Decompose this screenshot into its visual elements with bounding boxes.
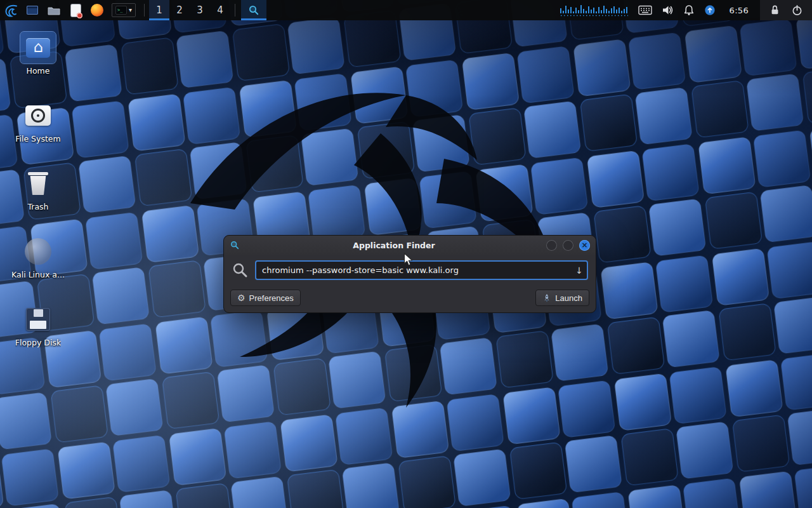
panel-left-group: >_ ▾ 1 2 3 4	[0, 0, 266, 20]
launch-button[interactable]: Launch	[535, 290, 589, 306]
taskbar-application-finder[interactable]	[241, 0, 266, 20]
workspace-button-3[interactable]: 3	[190, 0, 210, 20]
search-icon	[248, 4, 259, 16]
firefox-launcher[interactable]	[86, 0, 108, 20]
app-finder-icon	[230, 240, 240, 250]
disk-ring	[31, 109, 45, 123]
panel-right-group: 6:56	[553, 0, 812, 20]
top-panel: >_ ▾ 1 2 3 4	[0, 0, 812, 20]
desktop-icon-column: ⌂ Home File System Trash Kali Linux a...	[9, 32, 67, 359]
history-dropdown-icon[interactable]: ↓	[575, 266, 583, 275]
floppy-icon	[20, 304, 56, 335]
desktop-icon-home[interactable]: ⌂ Home	[9, 32, 67, 88]
terminal-icon: >_	[115, 6, 127, 15]
disk-icon	[25, 105, 51, 126]
desktop-icon-label: Kali Linux a...	[11, 270, 65, 279]
session-tray	[760, 0, 812, 20]
panel-separator	[144, 4, 145, 17]
floppy-label-area	[30, 321, 46, 329]
home-icon: ⌂	[20, 32, 56, 64]
command-input[interactable]	[255, 260, 588, 280]
application-finder-window: Application Finder × ↓ ⚙ Preferences	[223, 235, 596, 313]
audio-spectrum-indicator[interactable]	[560, 3, 629, 17]
desktop-icon-label: Home	[27, 66, 50, 76]
desktop-icon-label: File System	[15, 134, 61, 144]
gear-icon: ⚙	[237, 293, 246, 302]
file-system-icon	[20, 100, 56, 131]
notifications-bell-icon[interactable]	[683, 4, 695, 17]
mouse-cursor	[403, 253, 414, 267]
drive-circle	[25, 238, 51, 265]
search-icon	[232, 262, 249, 279]
launch-label: Launch	[555, 293, 582, 303]
panel-separator	[235, 4, 235, 17]
trash-lid	[28, 172, 48, 175]
desktop-icon-kali-drive[interactable]: Kali Linux a...	[9, 236, 67, 291]
kali-menu-button[interactable]	[0, 0, 22, 20]
window-title: Application Finder	[249, 241, 539, 250]
workspace-button-2[interactable]: 2	[169, 0, 190, 20]
kali-logo-icon	[3, 3, 18, 18]
desktop-icon-floppy[interactable]: Floppy Disk	[9, 304, 67, 359]
minimize-button[interactable]	[546, 240, 557, 251]
preferences-button[interactable]: ⚙ Preferences	[230, 290, 301, 306]
workspace-button-4[interactable]: 4	[210, 0, 230, 20]
desktop-icon-filesystem[interactable]: File System	[9, 100, 67, 156]
desktop-icon-label: Trash	[27, 202, 48, 211]
launch-icon	[542, 293, 551, 302]
desktop-icon-trash[interactable]: Trash	[9, 168, 67, 224]
house-glyph: ⌂	[26, 38, 50, 58]
button-row: ⚙ Preferences Launch	[224, 282, 596, 312]
workspace-button-1[interactable]: 1	[149, 0, 169, 20]
keyboard-layout-icon[interactable]	[638, 5, 652, 15]
preferences-label: Preferences	[249, 293, 294, 303]
red-seal-icon	[77, 13, 82, 18]
window-manager-launcher[interactable]	[22, 0, 43, 20]
lock-icon[interactable]	[769, 4, 781, 17]
trash-cup	[29, 176, 47, 195]
maximize-button[interactable]	[563, 240, 573, 251]
file-manager-launcher[interactable]	[43, 0, 65, 20]
desktop-icon-label: Floppy Disk	[15, 338, 61, 347]
trash-icon	[20, 168, 56, 199]
chevron-down-icon[interactable]: ▾	[129, 7, 132, 13]
titlebar[interactable]: Application Finder ×	[224, 236, 596, 255]
volume-icon[interactable]	[661, 4, 674, 17]
close-button[interactable]: ×	[579, 240, 590, 251]
power-icon[interactable]	[791, 4, 803, 17]
terminal-launcher[interactable]: >_ ▾	[112, 3, 136, 17]
kali-drive-icon	[20, 236, 56, 267]
document-icon	[71, 4, 81, 17]
window-controls: ×	[546, 240, 590, 251]
firefox-icon	[91, 4, 103, 17]
text-editor-launcher[interactable]	[65, 0, 86, 20]
trash-art	[28, 172, 48, 195]
floppy-art	[26, 308, 50, 331]
indicator-tray: 6:56	[553, 0, 760, 20]
disk-dot	[37, 114, 39, 117]
window-icon	[27, 6, 38, 15]
folder-icon	[47, 4, 61, 16]
floppy-shutter	[34, 309, 43, 317]
command-input-wrap: ↓	[255, 260, 588, 280]
clock[interactable]: 6:56	[724, 6, 754, 15]
status-update-icon[interactable]	[704, 4, 716, 16]
